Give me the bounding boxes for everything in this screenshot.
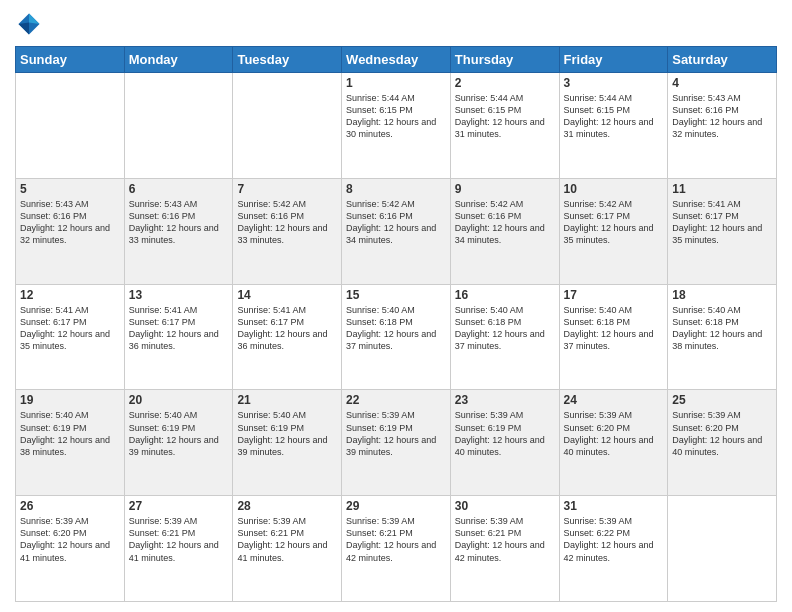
day-cell: 28Sunrise: 5:39 AM Sunset: 6:21 PM Dayli…: [233, 496, 342, 602]
week-row-3: 12Sunrise: 5:41 AM Sunset: 6:17 PM Dayli…: [16, 284, 777, 390]
day-info: Sunrise: 5:39 AM Sunset: 6:21 PM Dayligh…: [346, 515, 446, 564]
day-cell: 24Sunrise: 5:39 AM Sunset: 6:20 PM Dayli…: [559, 390, 668, 496]
day-info: Sunrise: 5:40 AM Sunset: 6:18 PM Dayligh…: [564, 304, 664, 353]
day-info: Sunrise: 5:41 AM Sunset: 6:17 PM Dayligh…: [672, 198, 772, 247]
day-cell: [16, 73, 125, 179]
week-row-5: 26Sunrise: 5:39 AM Sunset: 6:20 PM Dayli…: [16, 496, 777, 602]
logo-icon: [15, 10, 43, 38]
day-info: Sunrise: 5:44 AM Sunset: 6:15 PM Dayligh…: [455, 92, 555, 141]
day-number: 18: [672, 288, 772, 302]
day-cell: 17Sunrise: 5:40 AM Sunset: 6:18 PM Dayli…: [559, 284, 668, 390]
day-cell: [124, 73, 233, 179]
day-cell: 11Sunrise: 5:41 AM Sunset: 6:17 PM Dayli…: [668, 178, 777, 284]
day-cell: 2Sunrise: 5:44 AM Sunset: 6:15 PM Daylig…: [450, 73, 559, 179]
day-number: 30: [455, 499, 555, 513]
day-info: Sunrise: 5:39 AM Sunset: 6:22 PM Dayligh…: [564, 515, 664, 564]
day-number: 11: [672, 182, 772, 196]
day-info: Sunrise: 5:40 AM Sunset: 6:19 PM Dayligh…: [237, 409, 337, 458]
day-cell: 16Sunrise: 5:40 AM Sunset: 6:18 PM Dayli…: [450, 284, 559, 390]
day-number: 7: [237, 182, 337, 196]
day-info: Sunrise: 5:39 AM Sunset: 6:21 PM Dayligh…: [129, 515, 229, 564]
week-row-4: 19Sunrise: 5:40 AM Sunset: 6:19 PM Dayli…: [16, 390, 777, 496]
day-info: Sunrise: 5:44 AM Sunset: 6:15 PM Dayligh…: [564, 92, 664, 141]
day-cell: 5Sunrise: 5:43 AM Sunset: 6:16 PM Daylig…: [16, 178, 125, 284]
day-cell: 19Sunrise: 5:40 AM Sunset: 6:19 PM Dayli…: [16, 390, 125, 496]
day-number: 16: [455, 288, 555, 302]
day-number: 3: [564, 76, 664, 90]
day-cell: 29Sunrise: 5:39 AM Sunset: 6:21 PM Dayli…: [342, 496, 451, 602]
day-number: 25: [672, 393, 772, 407]
col-header-thursday: Thursday: [450, 47, 559, 73]
day-cell: 30Sunrise: 5:39 AM Sunset: 6:21 PM Dayli…: [450, 496, 559, 602]
day-cell: 3Sunrise: 5:44 AM Sunset: 6:15 PM Daylig…: [559, 73, 668, 179]
day-cell: 14Sunrise: 5:41 AM Sunset: 6:17 PM Dayli…: [233, 284, 342, 390]
day-number: 17: [564, 288, 664, 302]
day-info: Sunrise: 5:43 AM Sunset: 6:16 PM Dayligh…: [672, 92, 772, 141]
day-info: Sunrise: 5:43 AM Sunset: 6:16 PM Dayligh…: [20, 198, 120, 247]
day-info: Sunrise: 5:39 AM Sunset: 6:20 PM Dayligh…: [20, 515, 120, 564]
day-info: Sunrise: 5:43 AM Sunset: 6:16 PM Dayligh…: [129, 198, 229, 247]
day-number: 22: [346, 393, 446, 407]
svg-marker-1: [29, 14, 40, 25]
col-header-saturday: Saturday: [668, 47, 777, 73]
day-cell: 1Sunrise: 5:44 AM Sunset: 6:15 PM Daylig…: [342, 73, 451, 179]
day-cell: 12Sunrise: 5:41 AM Sunset: 6:17 PM Dayli…: [16, 284, 125, 390]
day-number: 27: [129, 499, 229, 513]
day-cell: 25Sunrise: 5:39 AM Sunset: 6:20 PM Dayli…: [668, 390, 777, 496]
day-number: 31: [564, 499, 664, 513]
day-info: Sunrise: 5:41 AM Sunset: 6:17 PM Dayligh…: [237, 304, 337, 353]
day-cell: [668, 496, 777, 602]
day-info: Sunrise: 5:40 AM Sunset: 6:18 PM Dayligh…: [672, 304, 772, 353]
day-number: 2: [455, 76, 555, 90]
col-header-sunday: Sunday: [16, 47, 125, 73]
day-info: Sunrise: 5:41 AM Sunset: 6:17 PM Dayligh…: [129, 304, 229, 353]
day-number: 15: [346, 288, 446, 302]
day-number: 1: [346, 76, 446, 90]
day-number: 14: [237, 288, 337, 302]
day-number: 19: [20, 393, 120, 407]
col-header-friday: Friday: [559, 47, 668, 73]
header: [15, 10, 777, 38]
col-header-tuesday: Tuesday: [233, 47, 342, 73]
day-cell: 7Sunrise: 5:42 AM Sunset: 6:16 PM Daylig…: [233, 178, 342, 284]
day-cell: 6Sunrise: 5:43 AM Sunset: 6:16 PM Daylig…: [124, 178, 233, 284]
day-info: Sunrise: 5:42 AM Sunset: 6:17 PM Dayligh…: [564, 198, 664, 247]
day-cell: 10Sunrise: 5:42 AM Sunset: 6:17 PM Dayli…: [559, 178, 668, 284]
day-cell: 9Sunrise: 5:42 AM Sunset: 6:16 PM Daylig…: [450, 178, 559, 284]
day-number: 6: [129, 182, 229, 196]
calendar-table: SundayMondayTuesdayWednesdayThursdayFrid…: [15, 46, 777, 602]
day-number: 20: [129, 393, 229, 407]
day-info: Sunrise: 5:39 AM Sunset: 6:19 PM Dayligh…: [346, 409, 446, 458]
day-cell: 4Sunrise: 5:43 AM Sunset: 6:16 PM Daylig…: [668, 73, 777, 179]
day-number: 24: [564, 393, 664, 407]
day-info: Sunrise: 5:40 AM Sunset: 6:19 PM Dayligh…: [20, 409, 120, 458]
day-cell: 13Sunrise: 5:41 AM Sunset: 6:17 PM Dayli…: [124, 284, 233, 390]
day-number: 13: [129, 288, 229, 302]
day-cell: 21Sunrise: 5:40 AM Sunset: 6:19 PM Dayli…: [233, 390, 342, 496]
week-row-2: 5Sunrise: 5:43 AM Sunset: 6:16 PM Daylig…: [16, 178, 777, 284]
day-info: Sunrise: 5:42 AM Sunset: 6:16 PM Dayligh…: [346, 198, 446, 247]
day-cell: 23Sunrise: 5:39 AM Sunset: 6:19 PM Dayli…: [450, 390, 559, 496]
day-cell: 18Sunrise: 5:40 AM Sunset: 6:18 PM Dayli…: [668, 284, 777, 390]
day-number: 8: [346, 182, 446, 196]
day-number: 5: [20, 182, 120, 196]
day-number: 12: [20, 288, 120, 302]
day-info: Sunrise: 5:39 AM Sunset: 6:20 PM Dayligh…: [564, 409, 664, 458]
day-number: 23: [455, 393, 555, 407]
calendar-header-row: SundayMondayTuesdayWednesdayThursdayFrid…: [16, 47, 777, 73]
day-cell: 15Sunrise: 5:40 AM Sunset: 6:18 PM Dayli…: [342, 284, 451, 390]
svg-marker-2: [19, 23, 30, 35]
day-number: 29: [346, 499, 446, 513]
day-cell: 20Sunrise: 5:40 AM Sunset: 6:19 PM Dayli…: [124, 390, 233, 496]
day-cell: 31Sunrise: 5:39 AM Sunset: 6:22 PM Dayli…: [559, 496, 668, 602]
day-info: Sunrise: 5:40 AM Sunset: 6:18 PM Dayligh…: [455, 304, 555, 353]
day-info: Sunrise: 5:42 AM Sunset: 6:16 PM Dayligh…: [237, 198, 337, 247]
day-number: 4: [672, 76, 772, 90]
day-number: 9: [455, 182, 555, 196]
day-cell: 27Sunrise: 5:39 AM Sunset: 6:21 PM Dayli…: [124, 496, 233, 602]
day-info: Sunrise: 5:39 AM Sunset: 6:21 PM Dayligh…: [237, 515, 337, 564]
day-info: Sunrise: 5:39 AM Sunset: 6:21 PM Dayligh…: [455, 515, 555, 564]
day-number: 21: [237, 393, 337, 407]
col-header-wednesday: Wednesday: [342, 47, 451, 73]
day-info: Sunrise: 5:40 AM Sunset: 6:19 PM Dayligh…: [129, 409, 229, 458]
